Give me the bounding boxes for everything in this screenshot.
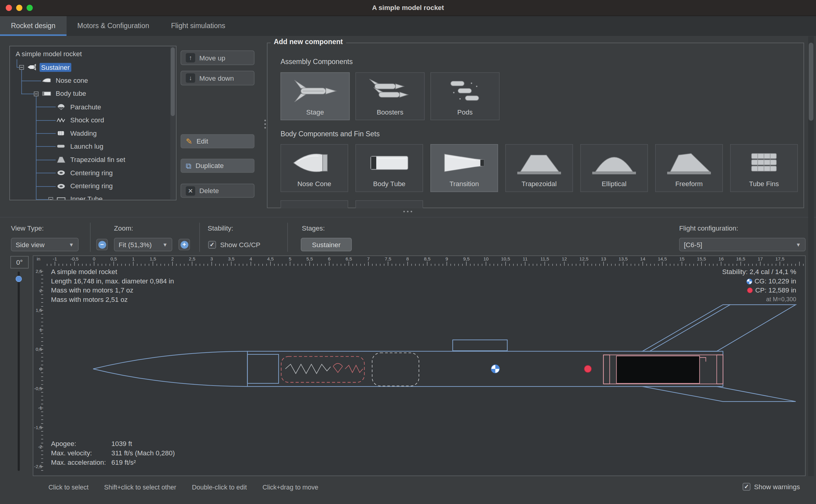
component-button-tube-fins[interactable]: Tube Fins [730,144,798,192]
tree-scrollbar-thumb[interactable] [171,47,175,116]
component-button-boosters[interactable]: Boosters [355,72,425,120]
cg-value: 10,229 in [768,277,796,285]
show-warnings-checkbox[interactable]: ✓ [743,483,750,491]
tree-item-label[interactable]: Launch lug [69,142,105,151]
tree-row-sustainer[interactable]: Sustainer [10,60,170,74]
splitter-handle[interactable] [407,211,409,212]
max-velocity-value: 311 ft/s (Mach 0,280) [111,449,175,457]
rotation-slider-thumb[interactable] [16,276,22,282]
rotation-slider-track[interactable] [18,272,20,471]
tree-row-wadding[interactable]: Wadding [10,127,170,140]
splitter-handle[interactable] [264,120,266,121]
zoom-value: Fit (51,3%) [119,241,152,248]
tree-row-inner-tube[interactable]: Inner Tube [10,193,170,200]
show-cgcp-control[interactable]: ✓ Show CG/CP [208,238,261,251]
vertical-scrollbar[interactable] [808,37,814,476]
body-tube-icon [356,149,423,177]
tree-row-nose-cone[interactable]: Nose cone [10,74,170,87]
svg-text:13: 13 [601,256,606,261]
collapse-handle-body-tube[interactable] [34,92,38,96]
tree-row-rocket-root[interactable]: A simple model rocket [10,47,170,61]
tree-scrollbar[interactable] [170,47,175,199]
pods-icon [431,77,499,105]
vertical-scrollbar-thumb[interactable] [809,43,813,121]
component-button-cutoff[interactable] [355,200,423,208]
hint-double-click: Double-click to edit [192,484,247,491]
collapse-handle-sustainer[interactable] [19,65,24,69]
component-button-body-tube[interactable]: Body Tube [355,144,423,192]
svg-text:11,5: 11,5 [540,256,549,261]
component-button-pods[interactable]: Pods [430,72,500,120]
elliptical-fin-icon [581,149,647,177]
svg-text:15,5: 15,5 [697,256,706,261]
tab-rocket-design[interactable]: Rocket design [0,16,66,36]
boosters-icon [356,77,424,105]
component-tree[interactable]: A simple model rocket Sustainer Nose con… [9,46,176,200]
component-button-cutoff[interactable] [280,200,348,208]
svg-text:-0,5: -0,5 [34,386,42,391]
tree-item-label-selected[interactable]: Sustainer [40,63,71,72]
tree-item-label[interactable]: Centering ring [69,182,114,190]
duplicate-label: Duplicate [196,162,224,170]
tree-item-label[interactable]: Trapezoidal fin set [69,155,127,164]
collapse-handle-inner-tube[interactable] [48,197,53,200]
add-component-panel: Add new component Assembly Components St… [267,43,804,208]
tab-flight-simulations[interactable]: Flight simulations [160,16,236,36]
tree-row-shock-cord[interactable]: Shock cord [10,113,170,127]
rocket-canvas[interactable]: -1-0,500,511,522,533,544,555,566,577,588… [33,255,805,476]
zoom-out-button[interactable]: − [96,239,108,250]
show-warnings-control[interactable]: ✓ Show warnings [743,483,800,491]
plus-icon: + [180,241,188,248]
tree-item-label[interactable]: Wadding [69,129,98,137]
splitter-handle[interactable] [264,123,266,125]
tree-row-trapezoidal-fin-set[interactable]: Trapezoidal fin set [10,153,170,166]
chevron-down-icon: ▼ [69,242,74,247]
component-button-freeform[interactable]: Freeform [655,144,723,192]
svg-text:6: 6 [328,256,331,261]
splitter-handle[interactable] [403,211,405,212]
tree-item-label[interactable]: Shock cord [69,116,105,124]
component-button-transition[interactable]: Transition [430,144,498,192]
move-down-button[interactable]: ↓ Move down [181,71,255,85]
tree-item-label[interactable]: Centering ring [69,168,114,177]
zoom-label: Zoom: [114,224,133,232]
tab-motors-configuration[interactable]: Motors & Configuration [66,16,160,36]
tree-row-centering-ring-2[interactable]: Centering ring [10,179,170,193]
zoom-in-button[interactable]: + [179,239,190,250]
tree-item-label[interactable]: Body tube [54,89,88,98]
tree-item-label[interactable]: A simple model rocket [14,50,83,58]
stage-toggle-sustainer[interactable]: Sustainer [301,238,352,251]
component-button-elliptical[interactable]: Elliptical [580,144,648,192]
component-button-nose-cone[interactable]: Nose Cone [280,144,348,192]
tree-item-label[interactable]: Parachute [69,102,102,111]
stages-label: Stages: [302,224,325,232]
component-button-trapezoidal[interactable]: Trapezoidal [505,144,573,192]
component-button-stage[interactable]: Stage [280,72,350,120]
splitter-handle[interactable] [264,127,266,128]
view-type-value: Side view [16,241,45,248]
view-type-select[interactable]: Side view ▼ [11,238,79,251]
tree-row-centering-ring-1[interactable]: Centering ring [10,166,170,179]
tree-item-label[interactable]: Inner Tube [69,195,104,200]
rocket-mass-empty-text: Mass with no motors 1,7 oz [51,286,174,295]
edit-button[interactable]: ✎ Edit [181,134,255,148]
tree-item-label[interactable]: Nose cone [54,76,89,85]
component-button-label: Boosters [377,108,403,116]
splitter-handle[interactable] [411,211,412,212]
delete-button[interactable]: ✕ Delete [181,184,255,198]
flight-configuration-select[interactable]: [C6-5] ▼ [679,238,805,251]
duplicate-button[interactable]: ⧉ Duplicate [181,159,255,173]
svg-text:10,5: 10,5 [501,256,510,261]
svg-text:0,5: 0,5 [36,347,42,352]
apogee-label: Apogee: [51,439,112,448]
move-up-button[interactable]: ↑ Move up [181,50,255,65]
show-cgcp-checkbox[interactable]: ✓ [208,241,216,248]
centering-ring-icon [57,169,66,176]
rocket-name-text: A simple model rocket [51,267,174,276]
rotation-angle-box[interactable]: 0° [10,256,28,268]
stability-caption: Stability: [722,268,748,276]
svg-text:2,5: 2,5 [189,256,196,261]
zoom-select[interactable]: Fit (51,3%) ▼ [114,238,172,251]
tree-row-parachute[interactable]: Parachute [10,100,170,114]
tree-row-launch-lug[interactable]: Launch lug [10,140,170,153]
